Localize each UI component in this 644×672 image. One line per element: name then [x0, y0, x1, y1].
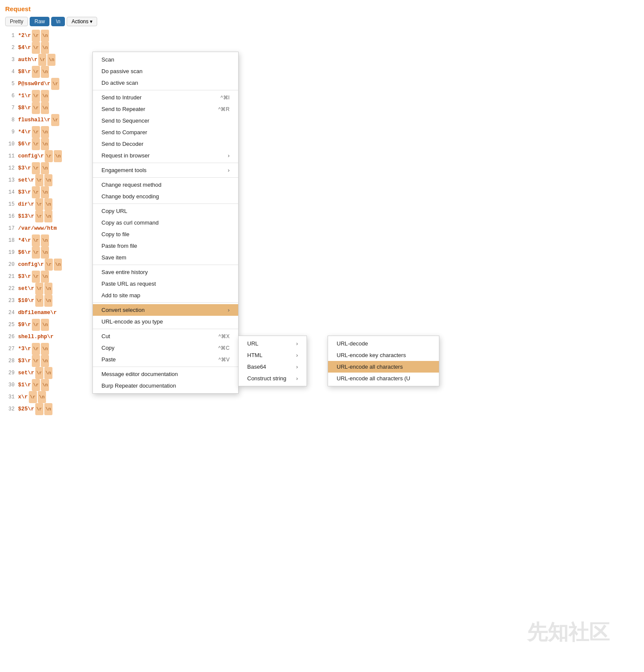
- line-tag: \r: [32, 319, 40, 331]
- newline-button[interactable]: \n: [51, 17, 65, 26]
- line-tag: \n: [41, 271, 49, 283]
- line-code: $4\r\r\n: [18, 42, 49, 54]
- menu-item-label: Send to Decoder: [101, 141, 144, 147]
- line-number: 28: [5, 355, 18, 367]
- line-code: $3\r\r\n: [18, 355, 49, 367]
- submenu-l2-arrow: ›: [296, 375, 298, 382]
- line-tag: \n: [41, 42, 49, 54]
- submenu-l3-label: URL-decode: [337, 340, 368, 347]
- line-tag: \r: [45, 259, 53, 271]
- menu-item-label: Send to Repeater: [101, 106, 145, 112]
- line-code: config\r\r\n: [18, 150, 62, 162]
- menu-item[interactable]: Request in browser›: [93, 150, 238, 161]
- line-tag: \r: [35, 367, 43, 379]
- submenu-l2-item[interactable]: Base64›: [239, 361, 307, 373]
- submenu-l2-label: URL: [247, 340, 258, 347]
- menu-item-label: Paste: [101, 356, 116, 363]
- line-code: config\r\r\n: [18, 259, 62, 271]
- submenu-l3-item[interactable]: URL-decode: [328, 338, 439, 349]
- line-tag: \r: [51, 78, 59, 90]
- menu-item[interactable]: Change body encoding: [93, 191, 238, 202]
- line-tag: \r: [32, 271, 40, 283]
- menu-item[interactable]: Save entire history: [93, 266, 238, 278]
- menu-item[interactable]: Do active scan: [93, 77, 238, 89]
- line-tag: \n: [41, 343, 49, 355]
- menu-divider: [93, 265, 238, 265]
- raw-button[interactable]: Raw: [30, 17, 49, 26]
- menu-item-label: Do active scan: [101, 80, 138, 86]
- line-tag: \r: [32, 234, 40, 247]
- menu-item[interactable]: Burp Repeater documentation: [93, 380, 238, 391]
- line-tag: \n: [41, 126, 49, 138]
- context-menu: ScanDo passive scanDo active scanSend to…: [92, 52, 239, 394]
- line-code: $3\r\r\n: [18, 162, 49, 174]
- line-tag: \r: [35, 295, 43, 307]
- line-tag: \n: [41, 186, 49, 198]
- submenu-l2-item[interactable]: HTML›: [239, 349, 307, 361]
- menu-item[interactable]: Paste^⌘V: [93, 354, 238, 365]
- pretty-button[interactable]: Pretty: [5, 17, 28, 26]
- menu-item[interactable]: Send to Decoder: [93, 138, 238, 150]
- menu-item[interactable]: Copy URL: [93, 205, 238, 217]
- line-tag: \r: [45, 150, 53, 162]
- line-code: shell.php\r: [18, 331, 54, 343]
- line-tag: \n: [47, 54, 55, 66]
- menu-item[interactable]: Send to Comparer: [93, 126, 238, 138]
- menu-item[interactable]: Add to site map: [93, 290, 238, 301]
- line-tag: \r: [32, 343, 40, 355]
- submenu-l2-arrow: ›: [296, 352, 298, 358]
- line-code: *2\r\r\n: [18, 30, 49, 42]
- watermark: 先知社区: [527, 619, 610, 646]
- line-code: $8\r\r\n: [18, 102, 49, 114]
- menu-item[interactable]: Copy as curl command: [93, 217, 238, 228]
- line-code: $6\r\r\n: [18, 247, 49, 259]
- submenu-l3-item[interactable]: URL-encode all characters (U: [328, 373, 439, 384]
- line-tag: \n: [44, 198, 52, 210]
- main-panel: Request Pretty Raw \n Actions ▾ 1*2\r\r\…: [0, 0, 644, 672]
- submenu-l2-label: Base64: [247, 364, 266, 370]
- menu-item[interactable]: Paste URL as request: [93, 278, 238, 290]
- line-number: 20: [5, 259, 18, 271]
- menu-item[interactable]: Send to Repeater^⌘R: [93, 103, 238, 115]
- submenu-l3-item[interactable]: URL-encode all characters: [328, 361, 439, 373]
- line-code: /var/www/htm: [18, 222, 57, 234]
- menu-item[interactable]: Engagement tools›: [93, 164, 238, 176]
- menu-item[interactable]: Send to Sequencer: [93, 115, 238, 126]
- line-tag: \n: [44, 174, 52, 186]
- menu-divider: [93, 177, 238, 178]
- line-tag: \r: [29, 391, 37, 403]
- menu-item[interactable]: Do passive scan: [93, 65, 238, 77]
- menu-item[interactable]: Cut^⌘X: [93, 330, 238, 342]
- menu-item[interactable]: Change request method: [93, 179, 238, 191]
- submenu-l3-label: URL-encode key characters: [337, 352, 406, 358]
- line-number: 19: [5, 247, 18, 259]
- actions-button[interactable]: Actions ▾: [67, 17, 97, 26]
- menu-item[interactable]: URL-encode as you type: [93, 316, 238, 327]
- menu-item[interactable]: Save item: [93, 252, 238, 263]
- line-tag: \n: [44, 283, 52, 295]
- line-tag: \r: [32, 355, 40, 367]
- menu-item[interactable]: Convert selection›: [93, 304, 238, 316]
- submenu-l3-item[interactable]: URL-encode key characters: [328, 349, 439, 361]
- menu-item[interactable]: Send to Intruder^⌘I: [93, 92, 238, 103]
- menu-item[interactable]: Copy^⌘C: [93, 342, 238, 354]
- submenu-l2-label: Construct string: [247, 375, 286, 382]
- menu-item[interactable]: Scan: [93, 54, 238, 65]
- menu-item-shortcut: ^⌘X: [218, 333, 230, 339]
- line-number: 16: [5, 210, 18, 222]
- submenu-l2-arrow: ›: [296, 364, 298, 370]
- submenu-l2-item[interactable]: URL›: [239, 338, 307, 349]
- line-number: 23: [5, 295, 18, 307]
- line-code: $3\r\r\n: [18, 271, 49, 283]
- line-tag: \n: [44, 295, 52, 307]
- line-code: dbfilename\r: [18, 307, 57, 319]
- submenu-l2-item[interactable]: Construct string›: [239, 373, 307, 384]
- menu-item[interactable]: Copy to file: [93, 228, 238, 240]
- menu-item[interactable]: Message editor documentation: [93, 368, 238, 380]
- line-tag: \r: [32, 66, 40, 78]
- menu-divider: [93, 329, 238, 329]
- line-code: dir\r\r\n: [18, 198, 52, 210]
- menu-item[interactable]: Paste from file: [93, 240, 238, 252]
- line-number: 9: [5, 126, 18, 138]
- line-number: 14: [5, 186, 18, 198]
